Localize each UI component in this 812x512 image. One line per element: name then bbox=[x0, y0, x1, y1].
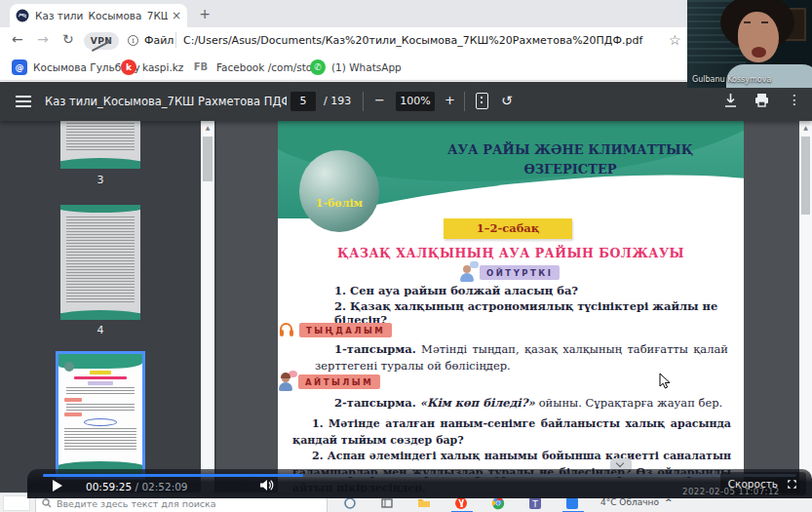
bookmark-kaspi[interactable]: k kaspi.kz bbox=[121, 59, 183, 75]
play-button[interactable] bbox=[53, 480, 62, 492]
bookmark-whatsapp[interactable]: ✆ (1) WhatsApp bbox=[310, 59, 402, 75]
thumbnail-sphere bbox=[64, 362, 74, 372]
cortana-icon[interactable] bbox=[343, 496, 357, 510]
prompt-question-1: 1. Сен ауа райын болжай аласың ба? bbox=[334, 284, 734, 297]
thumbnail-label-3: 3 bbox=[60, 174, 140, 186]
thumbnail-label-chip bbox=[64, 398, 82, 402]
zoom-in-button[interactable]: + bbox=[445, 93, 455, 107]
bookmark-star-icon[interactable]: ☆ bbox=[669, 32, 681, 48]
time-display: 00:59:25 / 02:52:09 bbox=[86, 481, 188, 492]
scrollbar-thumb[interactable] bbox=[203, 137, 213, 181]
fit-page-icon[interactable] bbox=[476, 93, 488, 109]
thumbnail-lesson-title bbox=[74, 376, 127, 379]
thumbnail-text-lines bbox=[66, 387, 135, 396]
page-number-input[interactable]: 5 bbox=[290, 92, 316, 111]
time-total: 02:52:09 bbox=[141, 481, 187, 492]
bookmark-facebook[interactable]: FB Facebook /com/sto... bbox=[191, 59, 322, 75]
lesson-ribbon: 1–2-сабақ bbox=[444, 218, 572, 239]
bookmark-label: Facebook /com/sto... bbox=[216, 61, 322, 73]
task-1-lead: 1-тапсырма. bbox=[334, 342, 416, 356]
thumbnail-page-3[interactable] bbox=[60, 121, 140, 169]
headphones-icon bbox=[278, 322, 295, 338]
print-icon[interactable] bbox=[754, 93, 769, 107]
thumbnail-page-5-selected[interactable] bbox=[56, 351, 145, 480]
thumbnail-label-4: 4 bbox=[60, 324, 140, 336]
zoom-out-button[interactable]: − bbox=[374, 93, 385, 107]
zoom-level-input[interactable]: 100% bbox=[396, 92, 435, 111]
forward-icon[interactable]: → bbox=[37, 31, 49, 47]
chevron-down-icon bbox=[616, 459, 624, 467]
webcam-person-eye bbox=[761, 21, 768, 23]
prompt-question-2: 2. Қазақ халқының астрономиялық түсінікт… bbox=[334, 299, 734, 327]
file-explorer-icon[interactable] bbox=[417, 496, 431, 510]
rotate-icon[interactable]: ↺ bbox=[501, 93, 513, 108]
speaking-section-label: АЙТЫЛЫМ bbox=[298, 374, 380, 389]
discussion-question-1: 1. Мәтінде аталған наным-сенімге байланы… bbox=[292, 416, 731, 449]
app-icon-blue[interactable] bbox=[565, 496, 579, 510]
prompt-section-label: ОЙТҮРТКІ bbox=[480, 265, 560, 280]
start-button[interactable] bbox=[3, 495, 30, 511]
thumbnail-wave bbox=[60, 205, 140, 213]
address-bar[interactable]: C:/Users/Asus/Documents/Каз%20тили_Косым… bbox=[183, 34, 661, 47]
facebook-icon: FB bbox=[191, 59, 211, 75]
time-separator: / bbox=[132, 481, 141, 492]
vpn-extension-icon[interactable]: VPN bbox=[84, 32, 119, 50]
back-icon[interactable]: ← bbox=[12, 31, 23, 47]
volume-icon[interactable] bbox=[259, 479, 274, 492]
thumbnail-text-lines bbox=[66, 404, 135, 411]
yandex-browser-icon[interactable] bbox=[454, 496, 468, 510]
toolbar-divider bbox=[363, 92, 364, 111]
main-scrollbar[interactable]: ▲ bbox=[799, 121, 812, 512]
reload-icon[interactable]: ↻ bbox=[62, 31, 74, 47]
webcam-overlay: Gulbanu Kossymova bbox=[687, 0, 812, 88]
chrome-icon[interactable] bbox=[491, 496, 505, 510]
tray-overflow-icon[interactable]: ^ bbox=[665, 497, 673, 507]
thumbnail-page-4[interactable] bbox=[60, 205, 140, 320]
thumbnail-text-lines bbox=[64, 428, 136, 450]
thumbnail-ribbon bbox=[90, 371, 111, 374]
pdf-viewer: 3 4 5 ▲ bbox=[0, 121, 812, 512]
chapter-title-line2: ӨЗГЕРІСТЕР bbox=[424, 160, 716, 179]
lesson-title: ҚАЗАҚ ХАЛҚЫНЫҢ АУА РАЙЫН БОЛЖАУЫ bbox=[278, 246, 744, 260]
thumbnail-badge-oval bbox=[84, 418, 117, 426]
bookmark-avatar-icon: @ bbox=[12, 59, 27, 75]
tab-close-icon[interactable]: × bbox=[172, 9, 181, 22]
fullscreen-icon[interactable] bbox=[786, 478, 798, 491]
more-options-icon[interactable]: ⋮ bbox=[788, 92, 801, 107]
menu-icon[interactable] bbox=[16, 96, 31, 107]
page-info-icon[interactable]: i bbox=[128, 35, 138, 46]
search-placeholder: Введите здесь текст для поиска bbox=[57, 498, 216, 509]
bookmark-label: (1) WhatsApp bbox=[331, 61, 402, 73]
svg-text:T: T bbox=[531, 499, 538, 509]
unit-sphere: 1-бөлім bbox=[299, 150, 379, 232]
new-tab-button[interactable]: + bbox=[195, 5, 214, 24]
download-icon[interactable] bbox=[723, 93, 738, 108]
task-2-lead: 2-тапсырма. bbox=[334, 396, 416, 410]
person-speech-icon bbox=[459, 263, 476, 282]
thumbnail-label-chip bbox=[64, 413, 82, 416]
sidebar-scrollbar[interactable]: ▲ bbox=[201, 121, 214, 512]
task-1-text: 1-тапсырма. Мәтінді тыңдап, қазақ халқын… bbox=[315, 341, 728, 374]
bookmark-label: kaspi.kz bbox=[142, 61, 183, 73]
scroll-up-icon[interactable]: ▲ bbox=[201, 124, 214, 131]
tab-title: Каз тили_Косымова_7КШ Рахме bbox=[35, 10, 168, 21]
search-icon bbox=[42, 498, 52, 508]
browser-tab[interactable]: Каз тили_Косымова_7КШ Рахме × bbox=[10, 4, 187, 27]
task-view-icon[interactable] bbox=[380, 496, 394, 510]
scrollbar-thumb[interactable] bbox=[801, 137, 810, 215]
file-scheme-label: Файл bbox=[144, 34, 174, 47]
seek-bar[interactable] bbox=[43, 474, 796, 477]
webcam-person-mouth bbox=[752, 47, 766, 58]
page-total-label: / 193 bbox=[324, 95, 351, 107]
webcam-participant-name: Gulbanu Kossymova bbox=[692, 75, 771, 84]
url-divider bbox=[175, 32, 176, 48]
taskbar-weather[interactable]: 4°C Облачно bbox=[600, 497, 659, 507]
whatsapp-icon: ✆ bbox=[310, 59, 326, 75]
thumbnail-sidebar: 3 4 5 ▲ bbox=[0, 121, 216, 512]
teams-icon[interactable]: T bbox=[528, 496, 542, 510]
scroll-up-icon[interactable]: ▲ bbox=[799, 124, 812, 131]
toolbar-divider bbox=[464, 92, 465, 111]
time-current: 00:59:25 bbox=[86, 481, 132, 492]
mouse-cursor bbox=[659, 373, 672, 390]
pdf-favicon-icon bbox=[16, 9, 29, 22]
